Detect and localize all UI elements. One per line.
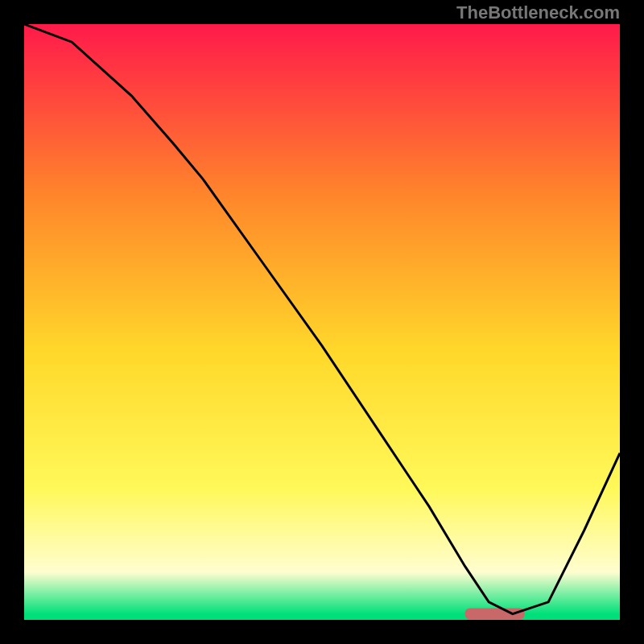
chart-frame: TheBottleneck.com bbox=[0, 0, 644, 644]
attribution-label: TheBottleneck.com bbox=[456, 2, 620, 23]
plot-area bbox=[24, 24, 620, 620]
chart-svg bbox=[24, 24, 620, 620]
gradient-background bbox=[24, 24, 620, 620]
